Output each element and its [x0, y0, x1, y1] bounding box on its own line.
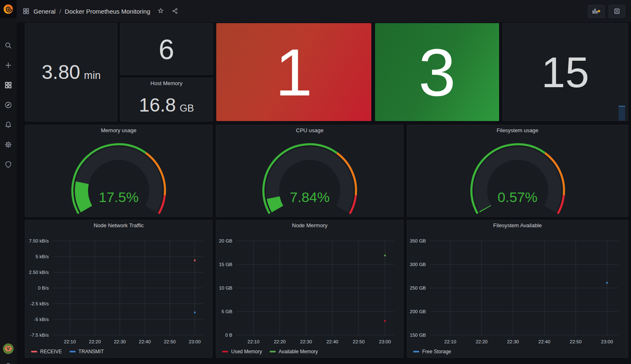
add-panel-icon: [592, 7, 601, 15]
sidebar-item-configuration[interactable]: [4, 140, 12, 149]
panel-green-stat: 3: [375, 23, 499, 121]
memory-usage-gauge: [65, 136, 172, 217]
sidebar-item-explore[interactable]: [4, 101, 12, 109]
panel-title[interactable]: Memory usage: [25, 125, 212, 136]
plus-icon: [4, 61, 12, 69]
x-axis-tick: 22:20: [476, 339, 488, 344]
breadcrumb-folder[interactable]: General: [33, 8, 55, 15]
sidebar-item-help[interactable]: [4, 362, 12, 364]
y-axis-tick: 150 GB: [410, 333, 426, 338]
host-memory-unit: GB: [179, 103, 194, 113]
help-icon: [4, 362, 12, 364]
data-point: [384, 255, 386, 256]
legend-swatch: [413, 351, 419, 352]
dashboards-grid-icon: [4, 81, 12, 89]
y-axis-tick: 10 GB: [219, 285, 232, 290]
shield-icon: [4, 160, 12, 169]
x-axis-tick: 23:00: [601, 339, 613, 344]
y-axis-tick: 15 GB: [219, 262, 232, 267]
compass-icon: [4, 101, 12, 109]
grafana-logo[interactable]: [0, 0, 17, 18]
host-memory-value: 16.8: [139, 95, 176, 114]
save-dashboard-button[interactable]: [609, 5, 625, 18]
sidebar: [0, 0, 17, 364]
chart-legend: Free Storage: [407, 348, 628, 354]
panel-uptime-stat: 3.80 min: [25, 23, 117, 121]
y-axis-tick: 0 B: [225, 333, 233, 338]
sidebar-item-alerting[interactable]: [4, 121, 12, 129]
breadcrumb-separator: /: [59, 8, 61, 15]
sidebar-item-add[interactable]: [4, 61, 12, 69]
y-axis-tick: 200 GB: [410, 309, 426, 314]
dashboard-title[interactable]: Docker Prometheus Monitoring: [65, 8, 151, 15]
y-axis-tick: 250 GB: [410, 285, 426, 290]
node-memory-chart: 20 GB15 GB10 GB5 GB0 B22:1022:2022:3022:…: [216, 231, 403, 348]
share-dashboard-button[interactable]: [172, 7, 179, 15]
legend-swatch: [69, 351, 76, 352]
add-panel-button[interactable]: [588, 5, 605, 18]
x-axis-tick: 23:00: [189, 339, 201, 344]
star-icon: [157, 7, 164, 14]
panel-filesystem-available: Filesystem Available 350 GB300 GB250 GB2…: [407, 220, 628, 358]
user-avatar[interactable]: [3, 343, 14, 354]
star-dashboard-button[interactable]: [157, 7, 165, 15]
panel-title[interactable]: Node Mermory: [216, 220, 403, 231]
y-axis-tick: -2.5 kB/s: [30, 301, 49, 306]
gauge-value: 0.57%: [407, 190, 628, 204]
panel-cpu-usage: CPU usage 7.84%: [216, 125, 404, 217]
legend-label: RECEIVE: [40, 349, 62, 354]
panel-title[interactable]: Node Network Traffic: [25, 220, 212, 231]
sidebar-item-server-admin[interactable]: [4, 160, 12, 169]
x-axis-tick: 22:20: [89, 339, 101, 344]
y-axis-tick: 5 GB: [222, 309, 233, 314]
legend-label: Available Memory: [279, 349, 318, 354]
data-point: [194, 259, 196, 261]
top-navbar: General / Docker Prometheus Monitoring: [17, 0, 631, 22]
panel-title[interactable]: Filesystem Available: [407, 220, 628, 231]
search-icon: [4, 41, 12, 50]
y-axis-tick: 7.50 kB/s: [29, 238, 49, 243]
avatar-image: [3, 343, 14, 354]
legend-label: TRANSMIT: [79, 349, 104, 354]
y-axis-tick: 2.50 kB/s: [29, 270, 49, 275]
data-point: [194, 312, 196, 313]
panel-title[interactable]: Host Memory: [120, 78, 213, 89]
y-axis-tick: -5 kB/s: [34, 317, 49, 322]
x-axis-tick: 22:30: [507, 339, 519, 344]
x-axis-tick: 22:30: [114, 339, 126, 344]
bell-icon: [4, 121, 12, 129]
breadcrumb: General / Docker Prometheus Monitoring: [22, 7, 179, 15]
legend-swatch: [31, 351, 37, 352]
panel-red-stat: 1: [216, 23, 371, 121]
x-axis-tick: 22:50: [570, 339, 582, 344]
legend-item[interactable]: TRANSMIT: [69, 349, 104, 354]
gauge-value: 17.5%: [25, 190, 212, 204]
green-stat-value: 3: [418, 39, 456, 106]
legend-item[interactable]: Free Storage: [413, 349, 451, 354]
legend-item[interactable]: Used Memory: [222, 349, 262, 354]
filesystem-usage-gauge: [464, 136, 571, 217]
legend-label: Free Storage: [422, 349, 451, 354]
save-icon: [613, 7, 621, 15]
x-axis-tick: 22:50: [164, 339, 176, 344]
legend-item[interactable]: Available Memory: [270, 349, 318, 354]
legend-item[interactable]: RECEIVE: [31, 349, 62, 354]
legend-swatch: [222, 351, 228, 352]
panel-title[interactable]: CPU usage: [216, 125, 403, 136]
x-axis-tick: 23:00: [379, 339, 391, 344]
y-axis-tick: 0 B/s: [38, 285, 49, 290]
sidebar-item-dashboards[interactable]: [4, 81, 12, 89]
x-axis-tick: 22:10: [248, 339, 260, 344]
panel-node-network-traffic: Node Network Traffic 7.50 kB/s5 kB/s2.50…: [25, 220, 213, 358]
uptime-value: 3.80: [42, 62, 80, 82]
panel-filesystem-usage: Filesystem usage 0.57%: [407, 125, 628, 217]
panel-count-stat: 6: [120, 23, 213, 75]
panel-title[interactable]: Filesystem usage: [407, 125, 628, 136]
panel-memory-usage: Memory usage 17.5%: [25, 125, 213, 217]
gear-icon: [4, 140, 12, 149]
stat-sparkline: [619, 106, 625, 121]
sidebar-item-search[interactable]: [4, 41, 12, 50]
x-axis-tick: 22:10: [64, 339, 76, 344]
panel-host-memory: Host Memory 16.8 GB: [120, 78, 213, 121]
y-axis-tick: 350 GB: [410, 238, 426, 243]
